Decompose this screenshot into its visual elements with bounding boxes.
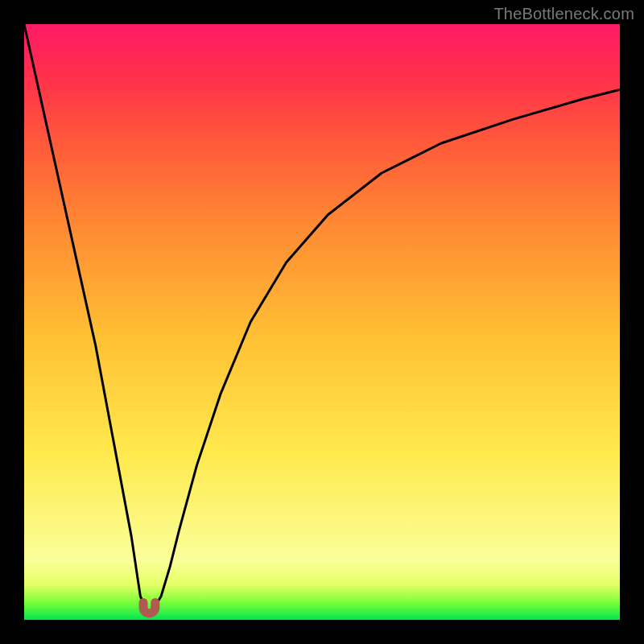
curve-dip-marker bbox=[143, 603, 155, 613]
watermark-text: TheBottleneck.com bbox=[493, 5, 634, 23]
bottleneck-curve bbox=[24, 24, 620, 611]
chart-svg bbox=[24, 24, 620, 620]
chart-frame: TheBottleneck.com bbox=[0, 0, 644, 644]
dip-marker-group bbox=[143, 603, 155, 613]
plot-area bbox=[24, 24, 620, 620]
curve-group bbox=[24, 24, 620, 611]
